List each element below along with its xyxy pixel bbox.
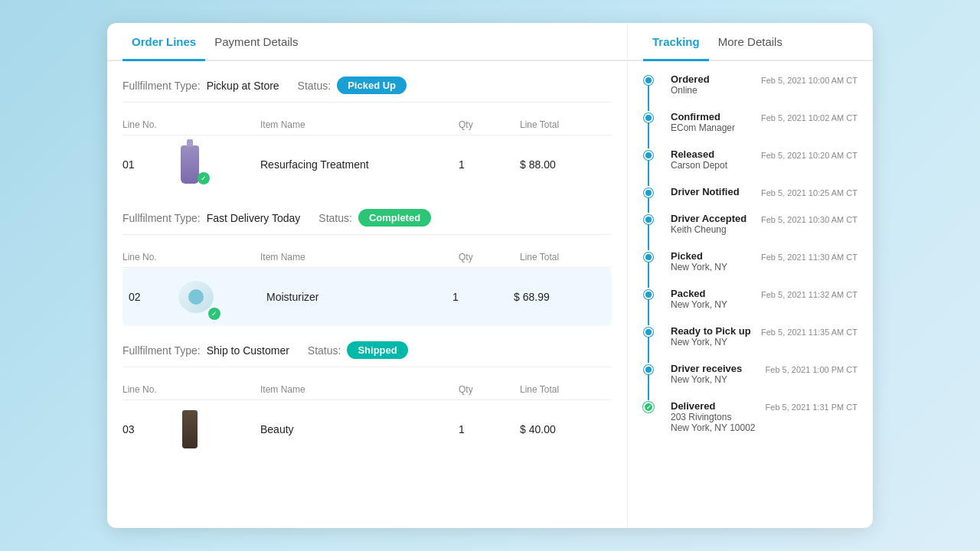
timeline-item-driver-accepted: Driver Accepted Keith Cheung Feb 5, 2021… (658, 213, 858, 235)
timeline-dot-confirmed (644, 113, 653, 122)
event-time-picked: Feb 5, 2021 11:30 AM CT (750, 253, 858, 262)
event-time-driver-notified: Feb 5, 2021 10:25 AM CT (750, 188, 858, 197)
event-location-packed: New York, NY (671, 299, 858, 310)
timeline-dot-delivered (643, 402, 654, 412)
fulfillment-type-3: Ship to Customer (207, 344, 289, 357)
col-line-total-2: Line Total (520, 252, 612, 262)
tracking-content: Ordered Online Feb 5, 2021 10:00 AM CT C… (628, 61, 873, 461)
line-total-2: $ 68.99 (514, 291, 606, 303)
line-total-1: $ 88.00 (520, 158, 612, 171)
event-location-confirmed: ECom Manager (671, 122, 858, 133)
left-panel: Order Lines Payment Details Fullfilment … (107, 23, 628, 528)
fulfillment-header-3: Fullfilment Type: Ship to Customer Statu… (122, 341, 612, 359)
fulfillment-section-2: Fullfilment Type: Fast Delivery Today St… (122, 209, 612, 326)
event-time-driver-receives: Feb 5, 2021 1:00 PM CT (750, 365, 858, 374)
fulfillment-header-1: Fullfilment Type: Pickup at Store Status… (122, 77, 612, 94)
qty-2: 1 (452, 291, 514, 303)
event-location-picked: New York, NY (671, 262, 858, 272)
fulfillment-type-label-1: Fullfilment Type: (122, 80, 201, 92)
timeline-item-packed: Packed New York, NY Feb 5, 2021 11:32 AM… (658, 288, 858, 310)
event-row-picked: Picked New York, NY Feb 5, 2021 11:30 AM… (671, 250, 858, 272)
event-location-driver-receives: New York, NY (671, 374, 858, 385)
divider-2 (122, 234, 612, 235)
col-line-total-3: Line Total (520, 384, 612, 395)
item-name-1: Resurfacing Treatment (260, 158, 459, 171)
col-qty-2: Qty (459, 252, 520, 262)
event-location-delivered: 203 Rivingtons New York, NY 10002 (671, 412, 858, 433)
col-item-name: Item Name (260, 119, 459, 130)
status-label-1: Status: (298, 80, 332, 92)
status-label-3: Status: (308, 344, 341, 357)
timeline-dot-driver-receives (644, 365, 653, 374)
item-image-2: ✓ (175, 276, 217, 318)
tab-order-lines[interactable]: Order Lines (122, 23, 205, 61)
line-total-3: $ 40.00 (520, 423, 612, 435)
line-header-3: Line No. Item Name Qty Line Total (122, 380, 612, 400)
item-image-1: ✓ (168, 143, 211, 186)
line-header-1: Line No. Item Name Qty Line Total (122, 115, 612, 135)
col-item-name-3: Item Name (260, 384, 459, 395)
line-no-2: 02 (129, 291, 175, 303)
fulfillment-header-2: Fullfilment Type: Fast Delivery Today St… (122, 209, 612, 227)
col-line-no: Line No. (122, 119, 168, 130)
tab-payment-details[interactable]: Payment Details (205, 23, 307, 61)
timeline-item-confirmed: Confirmed ECom Manager Feb 5, 2021 10:02… (658, 111, 858, 133)
right-panel: Tracking More Details Ordered Online Feb… (628, 23, 873, 528)
left-content: Fullfilment Type: Pickup at Store Status… (107, 61, 627, 489)
col-line-total: Line Total (520, 119, 612, 130)
status-badge-3: Shipped (347, 341, 407, 359)
status-badge-2: Completed (358, 209, 431, 227)
timeline-item-picked: Picked New York, NY Feb 5, 2021 11:30 AM… (658, 250, 858, 272)
timeline-item-delivered: Delivered 203 Rivingtons New York, NY 10… (658, 400, 858, 433)
main-card: Order Lines Payment Details Fullfilment … (107, 23, 873, 528)
event-row-ready-pickup: Ready to Pick up New York, NY Feb 5, 202… (671, 325, 858, 347)
timeline-item-driver-notified: Driver Notified Feb 5, 2021 10:25 AM CT (658, 186, 858, 197)
timeline-item-driver-receives: Driver receives New York, NY Feb 5, 2021… (658, 363, 858, 385)
col-qty: Qty (459, 119, 520, 130)
tab-tracking[interactable]: Tracking (643, 23, 709, 61)
order-line-row-3: 03 Beauty 1 $ 40.00 (122, 400, 612, 458)
fulfillment-type-label-2: Fullfilment Type: (122, 212, 201, 224)
divider-3 (122, 367, 612, 367)
fulfillment-type-1: Pickup at Store (207, 80, 279, 92)
tracking-tabs: Tracking More Details (628, 23, 873, 61)
event-time-released: Feb 5, 2021 10:20 AM CT (750, 151, 858, 160)
order-line-row-2: 02 ✓ Moisturizer 1 $ 68.99 (122, 268, 612, 326)
timeline-dot-driver-accepted (644, 215, 653, 224)
event-location-released: Carson Depot (671, 160, 858, 171)
event-time-ready-pickup: Feb 5, 2021 11:35 AM CT (750, 328, 858, 337)
tab-more-details[interactable]: More Details (709, 23, 792, 61)
timeline-item-released: Released Carson Depot Feb 5, 2021 10:20 … (658, 148, 858, 171)
fulfillment-section-1: Fullfilment Type: Pickup at Store Status… (122, 77, 612, 194)
event-time-ordered: Feb 5, 2021 10:00 AM CT (750, 76, 858, 85)
event-location-ready-pickup: New York, NY (671, 337, 858, 347)
col-line-no-2: Line No. (122, 252, 168, 262)
col-img-spacer (168, 119, 260, 130)
event-row-driver-receives: Driver receives New York, NY Feb 5, 2021… (671, 363, 858, 385)
item-name-2: Moisturizer (266, 291, 452, 303)
qty-1: 1 (459, 158, 520, 171)
fulfillment-type-label-3: Fullfilment Type: (122, 344, 201, 357)
line-no-1: 01 (122, 158, 168, 171)
product-serum-icon (181, 145, 199, 184)
event-row-driver-accepted: Driver Accepted Keith Cheung Feb 5, 2021… (671, 213, 858, 235)
timeline-dot-packed (644, 290, 653, 299)
col-qty-3: Qty (459, 384, 520, 395)
product-moisturizer-icon (178, 281, 214, 313)
qty-3: 1 (459, 423, 520, 435)
col-line-no-3: Line No. (122, 384, 168, 395)
event-time-packed: Feb 5, 2021 11:32 AM CT (750, 290, 858, 299)
fulfillment-type-2: Fast Delivery Today (207, 212, 301, 224)
status-label-2: Status: (318, 212, 352, 224)
event-row-released: Released Carson Depot Feb 5, 2021 10:20 … (671, 148, 858, 171)
line-no-3: 03 (122, 423, 168, 435)
status-badge-1: Picked Up (337, 77, 407, 94)
timeline-dot-ready-pickup (644, 328, 653, 337)
fulfillment-section-3: Fullfilment Type: Ship to Customer Statu… (122, 341, 612, 458)
divider-1 (122, 102, 612, 103)
event-location-driver-accepted: Keith Cheung (671, 224, 858, 235)
event-row-ordered: Ordered Online Feb 5, 2021 10:00 AM CT (671, 73, 858, 96)
timeline-dot-driver-notified (644, 188, 653, 197)
timeline-item-ready-pickup: Ready to Pick up New York, NY Feb 5, 202… (658, 325, 858, 347)
check-badge-2: ✓ (208, 308, 220, 320)
